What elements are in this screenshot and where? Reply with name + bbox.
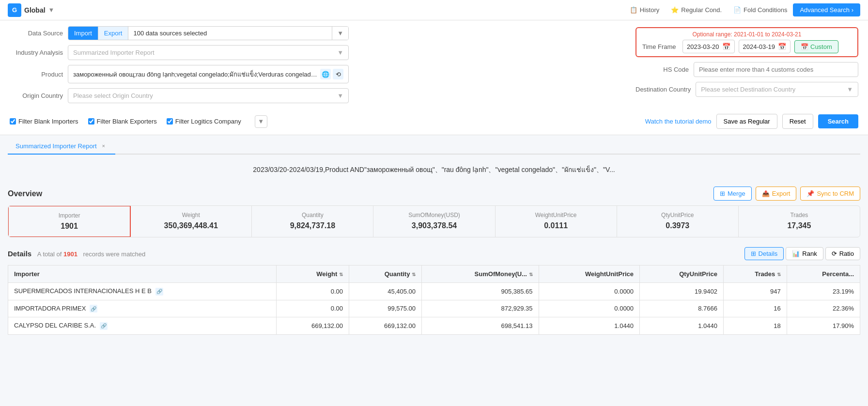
details-header: Details A total of 1901 records were mat…: [8, 247, 860, 260]
cell-qty-unit: 1.0440: [640, 317, 724, 335]
stat-weight-unit-price: WeightUnitPrice 0.0111: [496, 206, 617, 237]
tutorial-button[interactable]: Watch the tutorial demo: [645, 118, 712, 125]
date-from-input[interactable]: 2023-03-20 📅: [682, 40, 735, 53]
col-importer[interactable]: Importer: [8, 265, 277, 283]
hscode-row: HS Code: [636, 62, 858, 77]
cell-sum-money: 905,385.65: [422, 283, 539, 300]
chevron-down-icon: ▼: [337, 92, 343, 99]
cell-trades: 16: [723, 300, 787, 317]
cell-importer: CALYPSO DEL CARIBE S.A. 🔗: [8, 317, 277, 335]
col-trades[interactable]: Trades ⇅: [723, 265, 787, 283]
advanced-search-button[interactable]: Advanced Search ›: [793, 3, 860, 16]
stat-importer: Importer 1901: [8, 205, 131, 237]
destination-select[interactable]: Please select Destination Country ▼: [696, 82, 858, 97]
hscode-label: HS Code: [636, 66, 689, 73]
star-icon: ⭐: [671, 6, 679, 14]
filter-logistics-checkbox[interactable]: Filter Logitics Company: [167, 118, 241, 125]
top-navigation: G Global ▼ 📋 History ⭐ Regular Cond. 📄 F…: [0, 0, 868, 20]
data-source-label: Data Source: [10, 30, 63, 37]
brand-name: Global: [24, 6, 46, 14]
tab-details-button[interactable]: ⊞ Details: [744, 247, 784, 260]
table-row: IMPORTADORA PRIMEX 🔗 0.00 99,575.00 872,…: [8, 300, 860, 317]
destination-country-row: Destination Country Please select Destin…: [636, 82, 858, 97]
date-to-input[interactable]: 2024-03-19 📅: [739, 40, 791, 53]
industry-select[interactable]: Summarized Importer Report ▼: [68, 45, 349, 60]
cell-quantity: 669,132.00: [349, 317, 422, 335]
history-button[interactable]: 📋 History: [624, 4, 665, 16]
details-subtitle: A total of: [37, 250, 62, 258]
collapse-button[interactable]: ▼: [255, 115, 267, 128]
tab-rank-button[interactable]: 📊 Rank: [786, 247, 823, 260]
filter-blank-exporters-checkbox[interactable]: Filter Blank Exporters: [88, 118, 157, 125]
stat-qty-unit-price: QtyUnitPrice 0.3973: [617, 206, 739, 237]
cell-importer: IMPORTADORA PRIMEX 🔗: [8, 300, 277, 317]
app-logo: G: [8, 3, 21, 17]
cell-quantity: 45,405.00: [349, 283, 422, 300]
merge-icon: ⊞: [720, 190, 725, 197]
company-link-icon[interactable]: 🔗: [155, 288, 163, 296]
fold-icon: 📄: [733, 6, 741, 14]
import-button[interactable]: Import: [68, 27, 98, 40]
filter-blank-importers-checkbox[interactable]: Filter Blank Importers: [10, 118, 78, 125]
chevron-down-icon: ▼: [337, 49, 343, 56]
stat-trades: Trades 17,345: [739, 206, 860, 237]
col-qty-unit[interactable]: QtyUnitPrice: [640, 265, 724, 283]
export-button[interactable]: Export: [98, 27, 129, 40]
crm-icon: 📌: [806, 190, 814, 197]
product-field[interactable]: замороженный овощ;rau đông lạnh;vegetal …: [68, 65, 349, 83]
tab-ratio-button[interactable]: ⟳ Ratio: [825, 247, 860, 260]
origin-select[interactable]: Please select Origin Country ▼: [68, 88, 349, 103]
product-translate-icon[interactable]: ⟲: [333, 69, 343, 79]
stat-weight: Weight 350,369,448.41: [130, 206, 252, 237]
col-sum-money[interactable]: SumOfMoney(U... ⇅: [422, 265, 539, 283]
chevron-down-icon[interactable]: ▼: [48, 6, 55, 14]
cell-weight: 669,132.00: [276, 317, 349, 335]
regular-cond-button[interactable]: ⭐ Regular Cond.: [665, 4, 728, 16]
data-source-field[interactable]: Import Export 100 data sources selected …: [68, 26, 349, 40]
timeframe-panel: Optional range: 2021-01-01 to 2024-03-21…: [636, 27, 858, 57]
filter-row: Filter Blank Importers Filter Blank Expo…: [10, 115, 267, 128]
reset-button[interactable]: Reset: [782, 114, 813, 129]
cell-weight-unit: 0.0000: [539, 300, 640, 317]
industry-analysis-row: Industry Analysis Summarized Importer Re…: [10, 45, 626, 60]
cell-weight-unit: 0.0000: [539, 283, 640, 300]
calendar-icon: 📅: [722, 43, 730, 50]
action-row: Watch the tutorial demo Save as Regular …: [645, 114, 858, 129]
calendar-icon: 📅: [778, 43, 786, 50]
tab-summarized-importer[interactable]: Summarized Importer Report ×: [8, 138, 115, 155]
hs-code-input[interactable]: [694, 62, 858, 77]
custom-button[interactable]: 📅 Custom: [794, 40, 838, 53]
sync-crm-button[interactable]: 📌 Sync to CRM: [800, 187, 860, 201]
cell-weight-unit: 1.0440: [539, 317, 640, 335]
col-percent[interactable]: Percenta...: [787, 265, 860, 283]
search-button[interactable]: Search: [818, 114, 858, 128]
company-link-icon[interactable]: 🔗: [100, 322, 108, 330]
history-icon: 📋: [630, 6, 637, 14]
stats-table: Importer 1901 Weight 350,369,448.41 Quan…: [8, 205, 860, 237]
save-regular-button[interactable]: Save as Regular: [716, 114, 777, 129]
export-button[interactable]: 📤 Export: [756, 187, 797, 201]
col-weight[interactable]: Weight ⇅: [276, 265, 349, 283]
company-link-icon[interactable]: 🔗: [90, 305, 97, 312]
chevron-down-icon: ▼: [847, 86, 853, 93]
tab-close-icon[interactable]: ×: [100, 142, 108, 150]
sort-icon: ⇅: [777, 272, 781, 277]
sort-icon: ⇅: [529, 272, 533, 277]
cell-trades: 18: [723, 317, 787, 335]
fold-conditions-button[interactable]: 📄 Fold Conditions: [728, 4, 793, 16]
cell-sum-money: 698,541.13: [422, 317, 539, 335]
data-table: Importer Weight ⇅ Quantity ⇅ SumOfMoney(…: [8, 265, 860, 335]
overview-title: Overview: [8, 189, 42, 198]
cell-weight: 0.00: [276, 300, 349, 317]
origin-country-row: Origin Country Please select Origin Coun…: [10, 88, 626, 103]
col-quantity[interactable]: Quantity ⇅: [349, 265, 422, 283]
rank-icon: 📊: [792, 250, 800, 257]
data-source-dropdown-icon[interactable]: ▼: [332, 27, 348, 40]
merge-button[interactable]: ⊞ Merge: [713, 187, 752, 201]
stat-quantity: Quantity 9,824,737.18: [252, 206, 373, 237]
col-weight-unit[interactable]: WeightUnitPrice: [539, 265, 640, 283]
stat-sum-money: SumOfMoney(USD) 3,903,378.54: [373, 206, 495, 237]
cell-sum-money: 872,929.35: [422, 300, 539, 317]
search-panel: Data Source Import Export 100 data sourc…: [0, 20, 868, 135]
timeframe-label: Time Frame: [642, 43, 679, 50]
